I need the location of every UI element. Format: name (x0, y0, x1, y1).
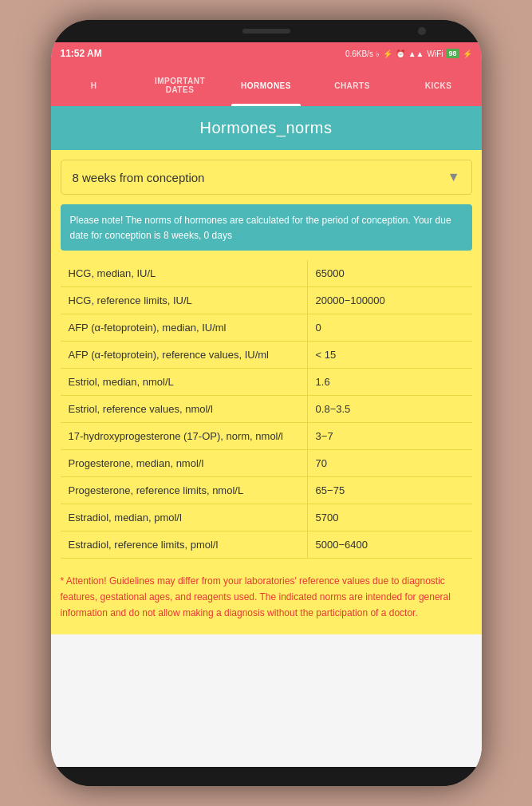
tab-hormones[interactable]: HORMONES (223, 65, 309, 106)
hormone-value: 20000−100000 (307, 287, 471, 314)
hormones-table: HCG, median, IU/L65000HCG, reference lim… (61, 260, 472, 559)
hormone-name: Estriol, reference values, nmol/l (61, 396, 308, 423)
table-row: AFP (α-fetoprotein), median, IU/ml0 (61, 314, 472, 342)
hormone-value: 0 (307, 314, 471, 342)
hormone-name: AFP (α-fetoprotein), reference values, I… (61, 342, 308, 369)
hormone-value: 65−75 (307, 477, 471, 504)
status-signal: ▲▲ (408, 49, 424, 58)
hormone-value: 0.8−3.5 (307, 396, 471, 423)
status-time: 11:52 AM (61, 48, 102, 59)
hormone-value: 1.6 (307, 369, 471, 396)
hormone-value: 65000 (307, 260, 471, 287)
note-box: Please note! The norms of hormones are c… (61, 204, 472, 251)
hormone-value: 3−7 (307, 423, 471, 450)
page-title-bar: Hormones_norms (51, 106, 482, 150)
hormone-value: 5000−6400 (307, 531, 471, 559)
nav-tabs: H IMPORTANT DATES HORMONES CHARTS KICKS (51, 65, 482, 106)
table-row: HCG, reference limits, IU/L20000−100000 (61, 287, 472, 314)
hormone-name: 17-hydroxyprogesterone (17-OP), norm, nm… (61, 423, 308, 450)
status-wifi: WiFi (427, 49, 443, 58)
status-bar: 11:52 AM 0.6KB/s ♭ ⚡ ⏰ ▲▲ WiFi 98 ⚡ (51, 42, 482, 65)
hormone-value: 70 (307, 450, 471, 477)
table-row: Estradiol, reference limits, pmol/l5000−… (61, 531, 472, 559)
tab-kicks[interactable]: KICKS (396, 65, 482, 106)
table-row: Estradiol, median, pmol/l5700 (61, 504, 472, 531)
phone-bottom-bar (51, 767, 482, 786)
status-charging: ⚡ (463, 49, 472, 58)
status-alarm: ⏰ (396, 49, 405, 58)
attention-text: * Attention! Guidelines may differ from … (61, 575, 451, 618)
dropdown-value: 8 weeks from conception (73, 171, 205, 184)
phone-speaker (242, 29, 290, 34)
main-content: 8 weeks from conception ▼ Please note! T… (51, 150, 482, 634)
content-area: Hormones_norms 8 weeks from conception ▼… (51, 106, 482, 767)
weeks-dropdown[interactable]: 8 weeks from conception ▼ (61, 160, 472, 195)
table-row: 17-hydroxyprogesterone (17-OP), norm, nm… (61, 423, 472, 450)
table-row: Estriol, median, nmol/L1.6 (61, 369, 472, 396)
dropdown-arrow-icon: ▼ (447, 170, 460, 184)
status-network: 0.6KB/s ♭ (345, 49, 380, 58)
table-row: Progesterone, median, nmol/l70 (61, 450, 472, 477)
table-row: AFP (α-fetoprotein), reference values, I… (61, 342, 472, 369)
tab-charts[interactable]: CHARTS (309, 65, 396, 106)
phone-top-bar (51, 20, 482, 42)
hormone-value: 5700 (307, 504, 471, 531)
table-row: Progesterone, reference limits, nmol/L65… (61, 477, 472, 504)
phone-screen: 11:52 AM 0.6KB/s ♭ ⚡ ⏰ ▲▲ WiFi 98 ⚡ H IM… (51, 42, 482, 767)
hormone-name: HCG, median, IU/L (61, 260, 308, 287)
tab-important-dates[interactable]: IMPORTANT DATES (137, 65, 223, 106)
note-text: Please note! The norms of hormones are c… (70, 215, 451, 241)
table-row: Estriol, reference values, nmol/l0.8−3.5 (61, 396, 472, 423)
status-battery: 98 (446, 49, 459, 58)
hormone-name: AFP (α-fetoprotein), median, IU/ml (61, 314, 308, 342)
hormone-name: Estradiol, median, pmol/l (61, 504, 308, 531)
hormone-name: Progesterone, reference limits, nmol/L (61, 477, 308, 504)
phone-camera (418, 27, 426, 35)
hormone-value: < 15 (307, 342, 471, 369)
attention-box: * Attention! Guidelines may differ from … (61, 570, 472, 625)
tab-h[interactable]: H (51, 65, 137, 106)
hormone-name: Estriol, median, nmol/L (61, 369, 308, 396)
hormone-name: Estradiol, reference limits, pmol/l (61, 531, 308, 559)
page-title: Hormones_norms (200, 119, 333, 136)
status-bt: ⚡ (383, 49, 392, 58)
hormone-name: HCG, reference limits, IU/L (61, 287, 308, 314)
status-icons: 0.6KB/s ♭ ⚡ ⏰ ▲▲ WiFi 98 ⚡ (345, 49, 472, 58)
phone-frame: 11:52 AM 0.6KB/s ♭ ⚡ ⏰ ▲▲ WiFi 98 ⚡ H IM… (51, 20, 482, 786)
table-row: HCG, median, IU/L65000 (61, 260, 472, 287)
hormone-name: Progesterone, median, nmol/l (61, 450, 308, 477)
